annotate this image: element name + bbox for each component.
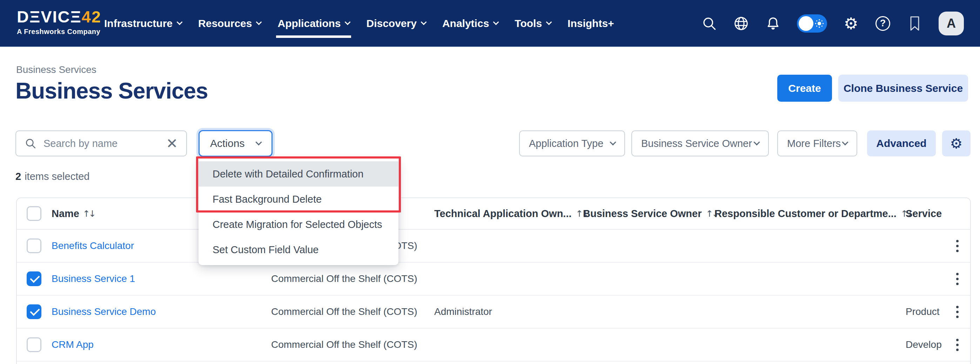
chevron-down-icon bbox=[345, 19, 351, 25]
device42-logo[interactable]: DΞVICΞ42 A Freshworks Company bbox=[17, 8, 101, 36]
navbar-icon-group: ⚙ ? A bbox=[701, 0, 964, 47]
menu-item-set-custom-field-value[interactable]: Set Custom Field Value bbox=[199, 237, 398, 262]
logo-brand: DΞVICΞ bbox=[17, 7, 82, 26]
sort-icon[interactable]: ↑↓ bbox=[83, 209, 95, 219]
nav-item-resources[interactable]: Resources bbox=[198, 17, 261, 29]
nav-item-discovery[interactable]: Discovery bbox=[366, 17, 425, 29]
page-title: Business Services bbox=[16, 78, 208, 104]
chevron-down-icon bbox=[255, 139, 262, 145]
column-header-service: Service bbox=[906, 208, 942, 219]
breadcrumb: Business Services bbox=[16, 64, 97, 75]
help-icon[interactable]: ? bbox=[875, 16, 891, 32]
business-service-link[interactable]: CRM App bbox=[52, 339, 94, 350]
logo-wordmark: DΞVICΞ42 bbox=[17, 8, 101, 25]
actions-dropdown-button[interactable]: Actions bbox=[199, 130, 272, 157]
logo-subtitle: A Freshworks Company bbox=[17, 28, 101, 36]
menu-item-fast-background-delete[interactable]: Fast Background Delete bbox=[199, 186, 398, 212]
table-row: Business Service Demo Commercial Off the… bbox=[17, 296, 970, 329]
user-avatar[interactable]: A bbox=[939, 11, 964, 35]
menu-item-delete-detailed-confirmation[interactable]: Delete with Detailed Confirmation bbox=[199, 161, 398, 186]
selection-count: 2 bbox=[16, 171, 21, 182]
chevron-down-icon bbox=[753, 139, 760, 145]
toggle-knob bbox=[799, 16, 813, 31]
nav-item-tools[interactable]: Tools bbox=[515, 17, 551, 29]
table-header-row: Name↑↓ Technical Application Own...↑↓ Bu… bbox=[17, 198, 970, 230]
business-service-link[interactable]: Business Service 1 bbox=[52, 273, 135, 285]
search-box[interactable]: ✕ bbox=[16, 130, 187, 156]
logo-brand-accent: 42 bbox=[82, 7, 101, 26]
top-navbar: DΞVICΞ42 A Freshworks Company Infrastruc… bbox=[0, 0, 980, 47]
application-type-cell: Commercial Off the Shelf (COTS) bbox=[271, 273, 434, 285]
technical-owner-cell: Administrator bbox=[434, 306, 583, 317]
main-nav: Infrastructure Resources Applications Di… bbox=[104, 0, 614, 47]
sun-icon bbox=[815, 19, 824, 29]
chevron-down-icon bbox=[256, 19, 262, 25]
chevron-down-icon bbox=[842, 139, 848, 145]
actions-label: Actions bbox=[210, 137, 245, 149]
business-service-link[interactable]: Business Service Demo bbox=[52, 306, 156, 317]
nav-item-analytics[interactable]: Analytics bbox=[442, 17, 498, 29]
theme-toggle[interactable] bbox=[797, 14, 827, 33]
create-button[interactable]: Create bbox=[777, 75, 832, 102]
advanced-button[interactable]: Advanced bbox=[867, 130, 936, 156]
table-settings-gear-button[interactable]: ⚙ bbox=[942, 130, 970, 156]
row-actions-kebab-icon[interactable] bbox=[954, 238, 961, 254]
chevron-down-icon bbox=[420, 19, 426, 25]
menu-item-create-migration[interactable]: Create Migration for Selected Objects bbox=[199, 212, 398, 237]
avatar-initial: A bbox=[947, 16, 956, 31]
chevron-down-icon bbox=[546, 19, 552, 25]
row-checkbox[interactable] bbox=[27, 272, 41, 286]
column-header-responsible-customer: Responsible Customer or Departme... bbox=[714, 208, 897, 219]
notifications-bell-icon[interactable] bbox=[765, 16, 781, 32]
nav-item-applications[interactable]: Applications bbox=[277, 17, 350, 29]
clear-search-icon[interactable]: ✕ bbox=[166, 137, 178, 151]
search-icon bbox=[25, 137, 37, 149]
row-actions-kebab-icon[interactable] bbox=[954, 337, 961, 353]
filter-business-service-owner[interactable]: Business Service Owner bbox=[632, 130, 769, 156]
service-cell: Product bbox=[906, 306, 944, 317]
service-cell: Develop bbox=[906, 339, 944, 350]
filter-application-type[interactable]: Application Type bbox=[519, 130, 625, 156]
business-services-table: Name↑↓ Technical Application Own...↑↓ Bu… bbox=[16, 197, 971, 364]
chevron-down-icon bbox=[177, 19, 183, 25]
actions-dropdown-menu: Delete with Detailed Confirmation Fast B… bbox=[199, 159, 398, 265]
row-actions-kebab-icon[interactable] bbox=[954, 304, 961, 320]
row-checkbox[interactable] bbox=[27, 337, 41, 352]
selection-label: items selected bbox=[25, 171, 89, 182]
bookmark-icon[interactable] bbox=[907, 16, 923, 32]
search-input[interactable] bbox=[43, 137, 159, 150]
column-header-technical-application-owner: Technical Application Own... bbox=[434, 208, 572, 219]
business-service-link[interactable]: Benefits Calculator bbox=[52, 240, 134, 251]
filter-more-filters[interactable]: More Filters bbox=[777, 130, 857, 156]
search-icon[interactable] bbox=[701, 16, 717, 32]
row-checkbox[interactable] bbox=[27, 238, 41, 253]
select-all-checkbox[interactable] bbox=[27, 206, 41, 221]
clone-business-service-button[interactable]: Clone Business Service bbox=[838, 75, 968, 102]
nav-item-infrastructure[interactable]: Infrastructure bbox=[104, 17, 182, 29]
globe-icon[interactable] bbox=[733, 16, 749, 32]
table-row: CRM App Commercial Off the Shelf (COTS) … bbox=[17, 329, 970, 362]
row-actions-kebab-icon[interactable] bbox=[954, 271, 961, 287]
application-type-cell: Commercial Off the Shelf (COTS) bbox=[271, 306, 434, 317]
chevron-down-icon bbox=[609, 139, 616, 145]
selection-summary: 2items selected bbox=[16, 171, 90, 182]
table-row: Business Service 1 Commercial Off the Sh… bbox=[17, 263, 970, 296]
gear-icon: ⚙ bbox=[950, 137, 963, 151]
settings-gear-icon[interactable]: ⚙ bbox=[843, 16, 859, 32]
column-header-name: Name bbox=[52, 208, 79, 219]
nav-item-insights[interactable]: Insights+ bbox=[568, 17, 614, 29]
application-type-cell: Commercial Off the Shelf (COTS) bbox=[271, 339, 434, 350]
chevron-down-icon bbox=[493, 19, 499, 25]
table-row: Benefits Calculator Commercial Off the S… bbox=[17, 230, 970, 263]
row-checkbox[interactable] bbox=[27, 304, 41, 319]
column-header-business-service-owner: Business Service Owner bbox=[583, 208, 702, 219]
